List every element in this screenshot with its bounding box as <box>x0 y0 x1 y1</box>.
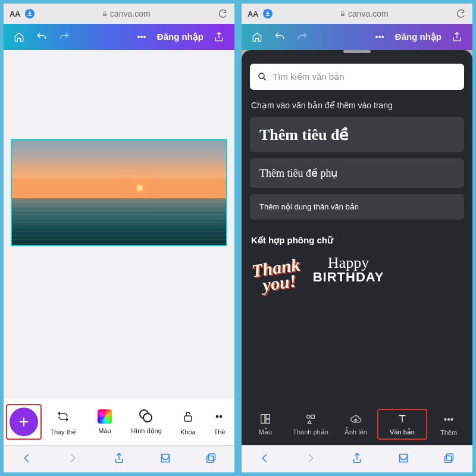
nav-label: Mẫu <box>259 428 272 436</box>
font-combos-title: Kết hợp phông chữ <box>251 235 463 246</box>
share-button[interactable] <box>208 26 230 48</box>
bookmarks-button[interactable] <box>397 452 410 467</box>
svg-point-17 <box>307 415 311 419</box>
lock-button[interactable]: Khóa <box>168 408 208 436</box>
font-combo-thank-you[interactable]: Thank you! <box>249 252 304 295</box>
more-button-peek[interactable]: Thê <box>209 408 230 436</box>
toolbar-label: Thê <box>214 428 226 436</box>
svg-point-12 <box>382 36 384 38</box>
download-indicator[interactable] <box>25 9 35 18</box>
back-button[interactable] <box>20 452 33 467</box>
home-button[interactable] <box>8 26 30 48</box>
svg-point-5 <box>216 415 218 417</box>
safari-address-bar: AA canva.com <box>4 4 234 24</box>
toolbar-label: Khóa <box>180 428 196 436</box>
toolbar-label: Thay thế <box>50 428 76 436</box>
text-size-control[interactable]: AA <box>248 10 258 18</box>
svg-rect-14 <box>261 415 265 424</box>
canva-app-header: Đăng nhập <box>4 24 234 50</box>
more-options-button[interactable] <box>131 26 152 48</box>
nav-label: Ảnh lên <box>345 428 367 436</box>
animate-icon <box>139 409 154 424</box>
toolbar-label: Hình động <box>131 427 162 435</box>
right-screenshot: AA canva.com Đăng nhập Tìm kiếm văn bản … <box>242 4 472 472</box>
more-options-button[interactable] <box>369 26 390 48</box>
nav-text[interactable]: Văn bản <box>377 409 427 440</box>
text-panel-area: Tìm kiếm văn bản Chạm vào văn bản để thê… <box>242 50 472 403</box>
lock-icon <box>340 11 346 17</box>
selected-image[interactable] <box>11 139 227 246</box>
animate-button[interactable]: Hình động <box>126 409 167 435</box>
svg-point-10 <box>376 36 378 38</box>
redo-button[interactable] <box>54 26 75 48</box>
sheet-grabber[interactable] <box>343 50 371 53</box>
replace-button[interactable]: Thay thế <box>43 408 83 436</box>
refresh-icon[interactable] <box>456 8 466 19</box>
share-button[interactable] <box>446 26 468 48</box>
tabs-button[interactable] <box>443 452 456 467</box>
color-swatch-icon <box>98 409 112 424</box>
design-canvas[interactable] <box>4 50 234 399</box>
back-button[interactable] <box>258 452 271 467</box>
svg-rect-8 <box>207 456 214 462</box>
download-indicator[interactable] <box>263 9 273 18</box>
color-button[interactable]: Màu <box>84 409 125 434</box>
nav-templates[interactable]: Mẫu <box>243 412 288 436</box>
nav-label: Thêm <box>440 429 457 436</box>
svg-point-21 <box>451 418 453 420</box>
url-display[interactable]: canva.com <box>39 9 213 18</box>
home-button[interactable] <box>246 26 268 48</box>
text-size-control[interactable]: AA <box>10 10 20 18</box>
nav-more[interactable]: Thêm <box>426 413 471 436</box>
add-subheading-button[interactable]: Thêm tiêu đề phụ <box>250 158 464 188</box>
search-placeholder: Tìm kiếm văn bản <box>273 71 345 82</box>
nav-label: Thành phần <box>293 428 328 436</box>
login-button[interactable]: Đăng nhập <box>154 32 207 42</box>
svg-rect-23 <box>445 456 452 462</box>
tap-text-hint: Chạm vào văn bản để thêm vào trang <box>251 101 463 110</box>
refresh-icon[interactable] <box>218 8 228 19</box>
svg-point-13 <box>259 73 264 79</box>
bookmarks-button[interactable] <box>159 452 172 467</box>
add-body-text-button[interactable]: Thêm nội dung thân văn bản <box>250 194 464 220</box>
safari-share-button[interactable] <box>112 452 126 467</box>
nav-label: Văn bản <box>390 428 415 436</box>
toolbar-label: Màu <box>98 427 111 434</box>
text-bottom-sheet: Tìm kiếm văn bản Chạm vào văn bản để thê… <box>242 50 472 403</box>
add-element-button[interactable] <box>10 408 38 436</box>
svg-rect-0 <box>103 14 107 16</box>
add-heading-button[interactable]: Thêm tiêu đề <box>250 117 464 152</box>
redo-button[interactable] <box>292 26 313 48</box>
text-icon <box>396 412 409 425</box>
safari-bottom-bar <box>242 445 472 472</box>
safari-share-button[interactable] <box>350 452 364 467</box>
undo-button[interactable] <box>269 26 290 48</box>
svg-point-20 <box>448 418 450 420</box>
more-icon <box>211 408 228 425</box>
svg-point-1 <box>138 36 140 38</box>
svg-rect-7 <box>209 453 215 460</box>
nav-uploads[interactable]: Ảnh lên <box>333 412 378 436</box>
plus-icon <box>17 415 30 428</box>
svg-rect-22 <box>447 453 453 460</box>
editor-bottom-nav: Mẫu Thành phần Ảnh lên Văn bản Thêm <box>242 403 472 445</box>
left-screenshot: AA canva.com Đăng nhập Th <box>4 4 234 472</box>
forward-button <box>304 452 317 467</box>
svg-rect-9 <box>341 14 345 16</box>
undo-button[interactable] <box>31 26 52 48</box>
svg-point-6 <box>220 415 221 417</box>
swap-icon <box>55 408 71 425</box>
unlock-icon <box>180 408 196 425</box>
canva-app-header: Đăng nhập <box>242 24 472 50</box>
text-search[interactable]: Tìm kiếm văn bản <box>250 64 464 90</box>
font-combo-happy-birthday[interactable]: Happy BIRTHDAY <box>313 255 384 292</box>
more-icon <box>442 413 455 426</box>
nav-elements[interactable]: Thành phần <box>288 412 333 436</box>
add-element-highlight <box>6 404 42 440</box>
search-icon <box>257 71 268 82</box>
tabs-button[interactable] <box>205 452 218 467</box>
login-button[interactable]: Đăng nhập <box>392 32 445 42</box>
svg-rect-4 <box>184 416 192 421</box>
upload-cloud-icon <box>349 412 362 425</box>
url-display[interactable]: canva.com <box>277 9 451 18</box>
